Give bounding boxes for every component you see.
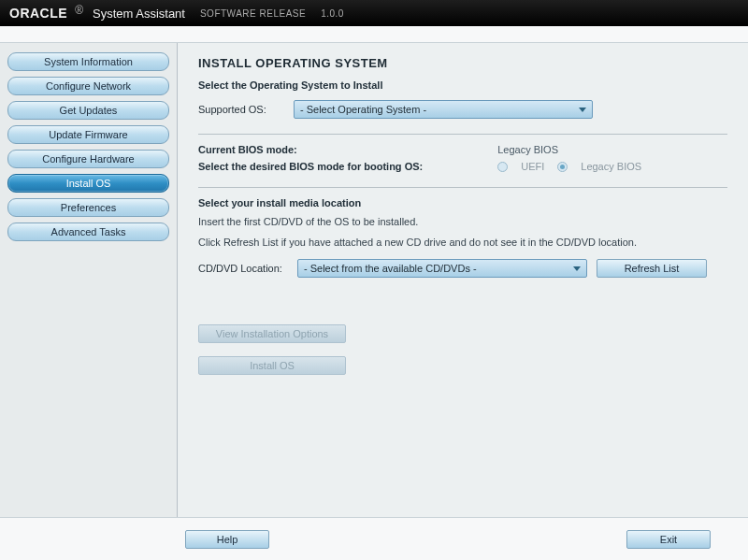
sidebar-item-label: Install OS	[66, 178, 111, 189]
current-bios-value: Legacy BIOS	[497, 144, 641, 155]
main-panel: INSTALL OPERATING SYSTEM Select the Oper…	[178, 43, 748, 517]
release-version: 1.0.0	[321, 8, 344, 19]
cd-location-select[interactable]: - Select from the available CD/DVDs -	[297, 259, 587, 278]
top-spacer	[0, 26, 748, 43]
bios-radio-legacy[interactable]	[557, 162, 568, 172]
cd-location-label: CD/DVD Location:	[198, 263, 288, 274]
supported-os-label: Supported OS:	[198, 104, 282, 115]
sidebar-item-preferences[interactable]: Preferences	[7, 198, 169, 217]
divider	[198, 134, 727, 135]
sidebar-item-update-firmware[interactable]: Update Firmware	[7, 125, 169, 144]
current-bios-label: Current BIOS mode:	[198, 144, 423, 155]
view-installation-options-label: View Installation Options	[216, 328, 328, 339]
view-installation-options-button: View Installation Options	[198, 324, 346, 343]
cd-location-value: - Select from the available CD/DVDs -	[304, 263, 477, 274]
footer: Help Exit	[0, 517, 748, 560]
app-window: ORACLE ® System Assistant SOFTWARE RELEA…	[0, 0, 748, 560]
registered-mark-icon: ®	[75, 4, 83, 17]
supported-os-row: Supported OS: - Select Operating System …	[198, 100, 727, 119]
supported-os-value: - Select Operating System -	[300, 104, 426, 115]
sidebar-item-configure-hardware[interactable]: Configure Hardware	[7, 150, 169, 168]
sidebar-item-label: Advanced Tasks	[51, 226, 126, 237]
sidebar-item-label: Preferences	[61, 202, 116, 213]
media-help-2: Click Refresh List if you have attached …	[198, 237, 727, 248]
chevron-down-icon	[579, 108, 586, 112]
bios-radio-uefi[interactable]	[497, 162, 508, 172]
cd-location-row: CD/DVD Location: - Select from the avail…	[198, 259, 727, 278]
sidebar-item-install-os[interactable]: Install OS	[7, 174, 169, 193]
media-help-1: Insert the first CD/DVD of the OS to be …	[198, 216, 727, 227]
app-title: System Assistant	[93, 7, 185, 21]
exit-button[interactable]: Exit	[626, 530, 711, 549]
sidebar-item-label: System Information	[44, 56, 133, 67]
sidebar-item-label: Configure Network	[46, 80, 131, 92]
supported-os-select[interactable]: - Select Operating System -	[294, 100, 593, 119]
help-label: Help	[217, 534, 238, 545]
exit-label: Exit	[660, 534, 677, 545]
bios-radio-uefi-label: UEFI	[521, 161, 544, 172]
sidebar-item-advanced-tasks[interactable]: Advanced Tasks	[7, 223, 169, 241]
sidebar-item-get-updates[interactable]: Get Updates	[7, 101, 169, 120]
desired-bios-label: Select the desired BIOS mode for booting…	[198, 161, 423, 172]
install-os-button: Install OS	[198, 356, 346, 375]
divider	[198, 187, 727, 188]
refresh-list-button[interactable]: Refresh List	[597, 259, 707, 278]
sidebar-item-configure-network[interactable]: Configure Network	[7, 77, 169, 95]
sidebar-item-label: Update Firmware	[49, 129, 127, 140]
sidebar-item-label: Configure Hardware	[42, 153, 134, 165]
bios-block: Current BIOS mode: Select the desired BI…	[198, 144, 727, 172]
help-button[interactable]: Help	[185, 530, 269, 549]
refresh-list-label: Refresh List	[625, 263, 680, 274]
install-os-label: Install OS	[250, 360, 295, 371]
page-title: INSTALL OPERATING SYSTEM	[198, 56, 727, 70]
app-header: ORACLE ® System Assistant SOFTWARE RELEA…	[0, 0, 748, 26]
release-label: SOFTWARE RELEASE	[200, 8, 306, 19]
app-body: System Information Configure Network Get…	[0, 43, 748, 517]
bios-radio-group: UEFI Legacy BIOS	[497, 161, 641, 172]
bios-radio-legacy-label: Legacy BIOS	[581, 161, 641, 172]
select-os-heading: Select the Operating System to Install	[198, 79, 727, 91]
brand-logo: ORACLE	[9, 6, 67, 21]
sidebar: System Information Configure Network Get…	[0, 43, 178, 517]
chevron-down-icon	[573, 266, 581, 271]
sidebar-item-system-information[interactable]: System Information	[7, 52, 169, 71]
sidebar-item-label: Get Updates	[60, 105, 118, 116]
media-heading: Select your install media location	[198, 197, 727, 208]
